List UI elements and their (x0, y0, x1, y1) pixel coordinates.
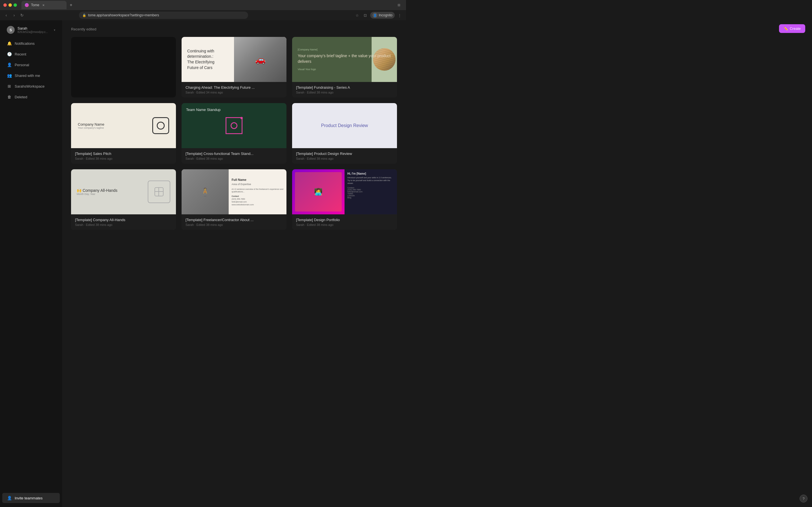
back-button[interactable]: ‹ (3, 12, 9, 18)
company-tag: [Company Name] (298, 48, 391, 51)
standup-dot (241, 117, 243, 119)
new-tab-button[interactable]: + (68, 2, 74, 8)
sidebar-item-label: Shared with me (15, 73, 40, 78)
address-bar: ‹ › ↻ 🔒 tome.app/sarahsworkspace?setting… (0, 10, 406, 20)
sidebar-item-label: Invite teammates (15, 496, 43, 500)
freelancer-image: 🧍 (182, 169, 229, 214)
app-layout: S Sarah 8263e52a@moodjoy.c... ▾ 🔔 Notifi… (0, 20, 406, 507)
menu-icon[interactable]: ⋮ (397, 12, 403, 18)
card-portfolio[interactable]: 👩‍💻 Hi, I'm [Name] Introduce yourself an… (292, 169, 397, 230)
sidebar-item-label: Personal (15, 63, 29, 67)
card-all-hands[interactable]: 🙌 Company All-Hands Month Day, Year [Tem… (71, 169, 176, 230)
main-content: Recently edited New Tome Sarah · Edited … (62, 20, 406, 507)
freelancer-name: Full Name (232, 178, 284, 182)
card-meta: Sarah · Edited 38 mins ago (186, 157, 283, 160)
charging-image: 🚗 (234, 37, 287, 82)
card-meta: Sarah · Edited 38 mins ago (75, 223, 172, 226)
card-meta: Sarah · Edited 34 mins ago (186, 91, 283, 94)
tab-bar: Tome ✕ + (21, 1, 395, 9)
portfolio-left: 👩‍💻 (292, 169, 345, 214)
card-title: [Template] Fundraising - Series A (296, 86, 393, 90)
card-thumbnail (71, 37, 176, 98)
card-info: [Template] Cross-functional Team Stand..… (182, 148, 287, 164)
card-thumbnail: Team Name Standup (182, 103, 287, 148)
people-icon: 👥 (7, 73, 12, 78)
sidebar-item-label: Notifications (15, 41, 35, 46)
card-meta: Sarah · Edited 38 mins ago (296, 157, 393, 160)
bookmark-icon[interactable]: ☆ (354, 12, 360, 18)
card-title: [Template] Product Design Review (296, 152, 393, 156)
url-text: tome.app/sarahsworkspace?settings=member… (88, 13, 159, 17)
sidebar-item-label: Recent (15, 52, 26, 56)
all-hands-date: Month Day, Year (77, 193, 148, 195)
card-title: Charging Ahead: The Electrifying Future … (186, 86, 283, 90)
standup-title: Team Name Standup (186, 108, 220, 112)
tab-title: Tome (31, 3, 39, 7)
sidebar-item-personal[interactable]: 👤 Personal (2, 60, 60, 70)
incognito-button[interactable]: 👤 Incognito (370, 12, 395, 18)
trash-icon: 🗑 (7, 94, 12, 100)
all-hands-left: 🙌 Company All-Hands Month Day, Year (77, 188, 148, 195)
card-thumbnail: Continuing with determination.:The Elect… (182, 37, 287, 82)
card-title: [Template] Cross-functional Team Stand..… (186, 152, 283, 156)
sidebar-item-invite[interactable]: 👤 Invite teammates (2, 493, 60, 503)
portfolio-right: Hi, I'm [Name] Introduce yourself and yo… (345, 169, 397, 214)
card-title: [Template] Sales Pitch (75, 152, 172, 156)
forward-button[interactable]: › (11, 12, 17, 18)
portfolio-person-image: 👩‍💻 (295, 172, 342, 212)
card-charging[interactable]: Continuing with determination.:The Elect… (182, 37, 287, 98)
product-review-title: Product Design Review (321, 123, 368, 128)
card-freelancer[interactable]: 🧍 Full Name Area of Expertise A 2-3 sent… (182, 169, 287, 230)
card-thumbnail: Company Name Your company's tagline (71, 103, 176, 148)
car-silhouette: 🚗 (234, 37, 287, 82)
clock-icon: 🕐 (7, 52, 12, 57)
freelancer-bio: A 2-3 sentence overview of the freelance… (232, 188, 284, 193)
bell-icon: 🔔 (7, 41, 12, 46)
card-new-tome[interactable]: New Tome Sarah · Edited 3 mins ago (71, 37, 176, 98)
incognito-label: Incognito (378, 13, 393, 17)
sidebar-item-workspace[interactable]: ⊞ SarahsWorkspace (2, 81, 60, 91)
card-info: [Template] Sales Pitch Sarah · Edited 38… (71, 148, 176, 164)
person-silhouette: 🧍 (200, 187, 210, 196)
sidebar-item-notifications[interactable]: 🔔 Notifications (2, 38, 60, 48)
card-info: [Template] Fundraising - Series A Sarah … (292, 82, 397, 98)
card-standup[interactable]: Team Name Standup [Template] Cross-funct… (182, 103, 287, 164)
sidebar-item-deleted[interactable]: 🗑 Deleted (2, 92, 60, 102)
sales-tagline: Your company's tagline (78, 126, 104, 129)
active-tab[interactable]: Tome ✕ (21, 1, 66, 9)
card-sales-pitch[interactable]: Company Name Your company's tagline [Tem… (71, 103, 176, 164)
extension-icon[interactable]: ⊡ (362, 12, 368, 18)
window-expand-icon[interactable]: ⊞ (398, 3, 400, 7)
cards-grid: New Tome Sarah · Edited 3 mins ago Conti… (71, 37, 397, 230)
user-profile[interactable]: S Sarah 8263e52a@moodjoy.c... ▾ (2, 24, 60, 36)
card-thumbnail: [Company Name] Your company's brief tagl… (292, 37, 397, 82)
sidebar-item-shared[interactable]: 👥 Shared with me (2, 70, 60, 80)
card-product-review[interactable]: Product Design Review [Template] Product… (292, 103, 397, 164)
tab-close-button[interactable]: ✕ (42, 3, 45, 7)
sidebar-item-recent[interactable]: 🕐 Recent (2, 49, 60, 59)
card-info: Charging Ahead: The Electrifying Future … (182, 82, 287, 98)
svg-rect-2 (158, 187, 159, 196)
minimize-button[interactable] (8, 3, 12, 7)
card-title: [Template] Freelancer/Contractor About .… (186, 218, 283, 222)
grid-icon: ⊞ (7, 83, 12, 89)
card-info: [Template] Company All-Hands Sarah · Edi… (71, 214, 176, 230)
card-meta: Sarah · Edited 38 mins ago (296, 223, 393, 226)
card-thumbnail: Product Design Review (292, 103, 397, 148)
sidebar-item-label: SarahsWorkspace (15, 84, 45, 89)
refresh-button[interactable]: ↻ (19, 12, 25, 18)
close-button[interactable] (3, 3, 7, 7)
card-title: [Template] Design Portfolio (296, 218, 393, 222)
card-info: [Template] Design Portfolio Sarah · Edit… (292, 214, 397, 230)
card-meta: Sarah · Edited 38 mins ago (296, 91, 393, 94)
avatar: S (7, 26, 15, 34)
freelancer-text: Full Name Area of Expertise A 2-3 senten… (229, 174, 287, 210)
url-input[interactable]: 🔒 tome.app/sarahsworkspace?settings=memb… (79, 11, 248, 19)
all-hands-name: 🙌 Company All-Hands (77, 188, 148, 193)
maximize-button[interactable] (13, 3, 17, 7)
card-thumbnail: 🙌 Company All-Hands Month Day, Year (71, 169, 176, 214)
chevron-down-icon: ▾ (54, 29, 55, 32)
user-email: 8263e52a@moodjoy.c... (17, 31, 51, 34)
card-fundraising[interactable]: [Company Name] Your company's brief tagl… (292, 37, 397, 98)
card-info: [Template] Freelancer/Contractor About .… (182, 214, 287, 230)
